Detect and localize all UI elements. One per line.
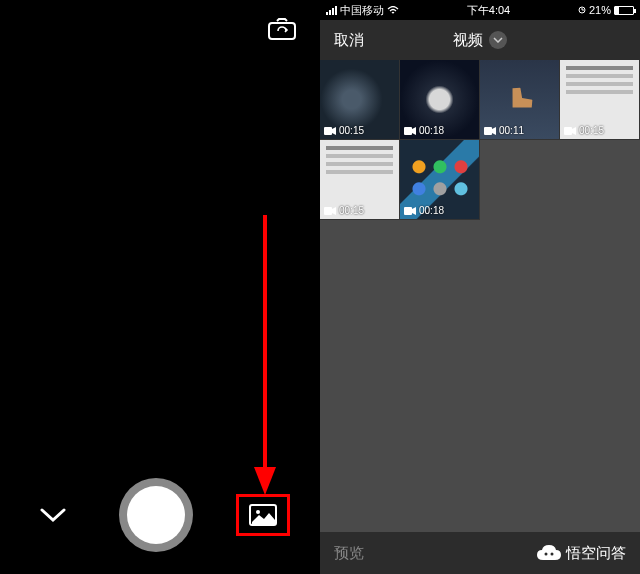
duration-label: 00:15	[339, 205, 364, 216]
svg-rect-6	[324, 127, 332, 135]
close-camera-button[interactable]	[38, 505, 68, 525]
alarm-icon	[578, 5, 586, 15]
video-thumb[interactable]: 00:15	[560, 60, 640, 140]
clock-label: 下午4:04	[467, 3, 510, 18]
picker-footer: 预览 悟空问答	[320, 532, 640, 574]
svg-point-4	[256, 510, 260, 514]
video-thumb[interactable]: 00:15	[320, 60, 400, 140]
status-bar: 中国移动 下午4:04 21%	[320, 0, 640, 20]
video-icon	[324, 127, 336, 135]
duration-label: 00:18	[419, 125, 444, 136]
watermark-label: 悟空问答	[566, 544, 626, 563]
svg-rect-8	[484, 127, 492, 135]
chevron-down-icon	[38, 505, 68, 525]
video-icon	[404, 127, 416, 135]
svg-rect-7	[404, 127, 412, 135]
duration-label: 00:11	[499, 125, 524, 136]
video-thumb[interactable]: 00:18	[400, 60, 480, 140]
video-thumb[interactable]: 00:18	[400, 140, 480, 220]
media-type-dropdown[interactable]: 视频	[453, 31, 507, 50]
gallery-icon	[249, 504, 277, 526]
shutter-button[interactable]	[119, 478, 193, 552]
video-icon	[564, 127, 576, 135]
annotation-arrow	[250, 215, 280, 495]
svg-rect-11	[404, 207, 412, 215]
video-icon	[484, 127, 496, 135]
duration-label: 00:15	[579, 125, 604, 136]
cloud-icon	[536, 544, 562, 562]
svg-rect-9	[564, 127, 572, 135]
shutter-inner	[127, 486, 185, 544]
video-thumb[interactable]: 00:11	[480, 60, 560, 140]
duration-label: 00:15	[339, 125, 364, 136]
video-grid: 00:15 00:18 00:11 00:15 00:15 00:18	[320, 60, 640, 532]
video-thumb[interactable]: 00:15	[320, 140, 400, 220]
duration-label: 00:18	[419, 205, 444, 216]
battery-pct-label: 21%	[589, 4, 611, 16]
open-gallery-button[interactable]	[236, 494, 290, 536]
svg-point-13	[551, 553, 554, 556]
camera-switch-icon	[268, 18, 296, 40]
video-icon	[324, 207, 336, 215]
watermark: 悟空问答	[536, 544, 626, 563]
svg-rect-0	[269, 23, 295, 39]
camera-screen	[0, 0, 320, 574]
battery-icon	[614, 6, 634, 15]
camera-bottom-bar	[0, 478, 320, 552]
wifi-icon	[387, 6, 399, 15]
carrier-label: 中国移动	[340, 3, 384, 18]
chevron-down-icon	[489, 31, 507, 49]
video-picker-screen: 中国移动 下午4:04 21% 取消 视频 00:15 00:18 00:11	[320, 0, 640, 574]
cancel-button[interactable]: 取消	[334, 31, 364, 50]
svg-rect-10	[324, 207, 332, 215]
picker-nav-bar: 取消 视频	[320, 20, 640, 60]
signal-icon	[326, 6, 337, 15]
switch-camera-button[interactable]	[268, 18, 296, 40]
svg-point-12	[545, 553, 548, 556]
media-type-label: 视频	[453, 31, 483, 50]
video-icon	[404, 207, 416, 215]
preview-button[interactable]: 预览	[334, 544, 364, 563]
